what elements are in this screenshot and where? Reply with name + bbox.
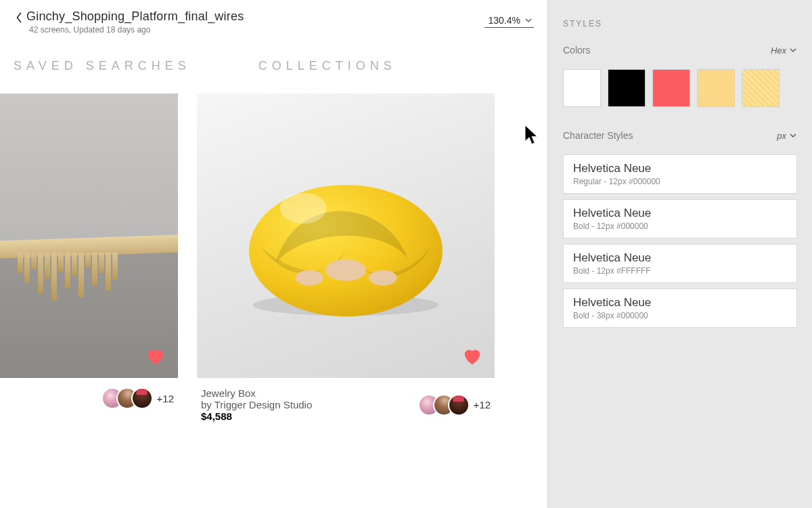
category-tabs: SAVED SEARCHES COLLECTIONS	[0, 37, 547, 73]
back-chevron-icon[interactable]	[14, 10, 24, 25]
zoom-dropdown[interactable]: 130.4%	[484, 12, 534, 28]
avatar[interactable]	[448, 394, 470, 416]
product-card[interactable]: +12	[0, 93, 178, 422]
design-canvas[interactable]: Ginchy_Shopping_Platform_final_wires 42 …	[0, 0, 547, 508]
chevron-down-icon	[789, 46, 797, 54]
color-swatch[interactable]	[563, 69, 601, 107]
avatar-overflow-count[interactable]: +12	[157, 393, 174, 404]
colors-section-label: Colors	[563, 45, 590, 56]
heart-icon[interactable]	[145, 347, 166, 366]
zoom-value: 130.4%	[489, 15, 520, 26]
character-style-item[interactable]: Helvetica Neue Bold - 12px #FFFFFF	[563, 244, 797, 283]
tab-collections[interactable]: COLLECTIONS	[258, 59, 397, 73]
charstyle-name: Helvetica Neue	[573, 296, 787, 310]
inspector-heading: STYLES	[563, 19, 797, 28]
product-image[interactable]	[0, 93, 178, 378]
charstyle-meta: Bold - 12px #FFFFFF	[573, 266, 787, 276]
svg-point-5	[280, 192, 327, 224]
character-style-item[interactable]: Helvetica Neue Regular - 12px #000000	[563, 154, 797, 194]
product-card[interactable]: Jewelry Box by Trigger Design Studio $4,…	[197, 93, 495, 422]
svg-point-4	[369, 270, 397, 286]
avatar-overflow-count[interactable]: +12	[474, 399, 491, 410]
font-unit-value: px	[777, 131, 786, 141]
heart-icon[interactable]	[462, 347, 482, 366]
color-swatch[interactable]	[608, 69, 646, 107]
contributor-avatars[interactable]: +12	[418, 394, 491, 416]
charstyle-meta: Bold - 12px #000000	[573, 221, 787, 231]
project-title[interactable]: Ginchy_Shopping_Platform_final_wires	[26, 9, 484, 24]
product-price: $4,588	[201, 410, 418, 422]
charstyle-meta: Bold - 38px #000000	[573, 311, 787, 320]
project-header: Ginchy_Shopping_Platform_final_wires 42 …	[0, 0, 547, 37]
charstyle-name: Helvetica Neue	[573, 162, 787, 175]
svg-point-2	[325, 259, 365, 281]
styles-inspector-panel: STYLES Colors Hex Character Styles px H	[547, 0, 812, 508]
charstyle-meta: Regular - 12px #000000	[573, 177, 787, 186]
avatar[interactable]	[131, 387, 153, 409]
charstyles-section-label: Character Styles	[563, 130, 633, 141]
product-author: by Trigger Design Studio	[201, 399, 418, 410]
chevron-down-icon	[789, 131, 797, 140]
color-swatch[interactable]	[742, 69, 780, 107]
charstyle-name: Helvetica Neue	[573, 251, 787, 265]
contributor-avatars[interactable]: +12	[102, 387, 174, 409]
character-style-item[interactable]: Helvetica Neue Bold - 12px #000000	[563, 199, 797, 238]
color-swatch[interactable]	[697, 69, 735, 107]
svg-point-3	[296, 270, 323, 286]
color-format-dropdown[interactable]: Hex	[771, 45, 797, 56]
color-swatch[interactable]	[652, 69, 690, 107]
font-unit-dropdown[interactable]: px	[777, 131, 797, 141]
tab-saved-searches[interactable]: SAVED SEARCHES	[14, 59, 191, 73]
project-subtitle: 42 screens, Updated 18 days ago	[26, 25, 484, 35]
character-style-item[interactable]: Helvetica Neue Bold - 38px #000000	[563, 289, 797, 328]
character-styles-list: Helvetica Neue Regular - 12px #000000 He…	[563, 154, 797, 328]
charstyle-name: Helvetica Neue	[573, 207, 787, 220]
color-swatches	[563, 69, 797, 107]
product-title: Jewelry Box	[201, 387, 418, 399]
chevron-down-icon	[524, 16, 533, 24]
product-image[interactable]	[197, 93, 495, 378]
color-format-value: Hex	[771, 45, 786, 56]
product-grid: +12	[0, 73, 547, 422]
